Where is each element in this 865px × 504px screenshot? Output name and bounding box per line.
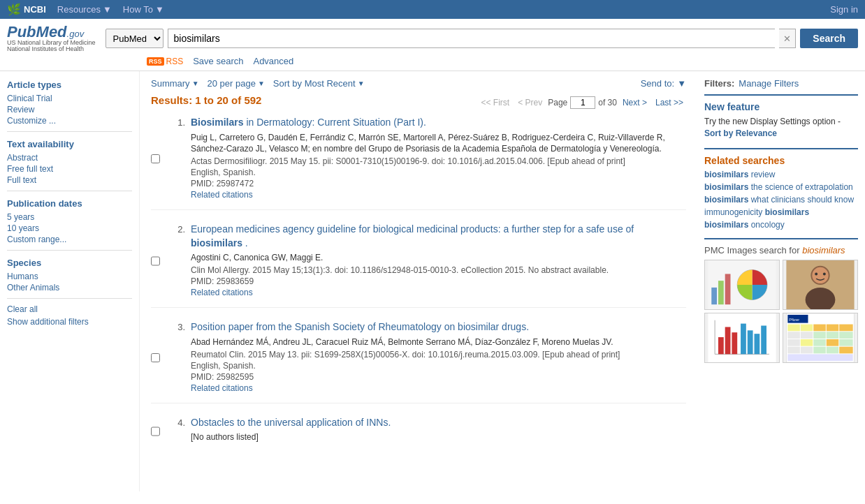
clear-all-link[interactable]: Clear all — [7, 304, 132, 314]
svg-rect-44 — [787, 354, 852, 361]
publication-dates-title: Publication dates — [7, 198, 132, 209]
ncbi-logo: 🌿 NCBI — [7, 3, 46, 16]
search-button[interactable]: Search — [800, 29, 858, 48]
search-input[interactable] — [168, 29, 776, 48]
rss-icon: RSS — [147, 57, 164, 66]
next-page-link[interactable]: Next > — [620, 96, 650, 109]
svg-point-9 — [815, 272, 817, 275]
species-title: Species — [7, 258, 132, 268]
manage-filters-link[interactable]: Manage Filters — [739, 78, 799, 89]
page-label: Page — [548, 98, 567, 108]
article-item: 3. Position paper from the Spanish Socie… — [151, 320, 686, 403]
article-authors: Agostini C, Canonica GW, Maggi E. — [191, 252, 686, 264]
save-search-link[interactable]: Save search — [193, 56, 243, 66]
related-citations-link[interactable]: Related citations — [191, 383, 686, 393]
advanced-link[interactable]: Advanced — [253, 56, 293, 66]
summary-dropdown[interactable]: Summary ▼ — [151, 78, 199, 89]
article-checkbox[interactable] — [151, 118, 160, 200]
article-title-link[interactable]: European medicines agency guideline for … — [191, 223, 634, 249]
sidebar-divider-1 — [7, 131, 132, 132]
new-feature-title: New feature — [704, 101, 858, 112]
article-title-link[interactable]: Position paper from the Spanish Society … — [191, 321, 529, 332]
sidebar-item-5years[interactable]: 5 years — [7, 212, 132, 222]
search-clear-button[interactable]: ✕ — [779, 29, 796, 48]
sidebar-item-clinical-trial[interactable]: Clinical Trial — [7, 94, 132, 103]
svg-rect-34 — [787, 339, 800, 346]
sidebar-item-full-text[interactable]: Full text — [7, 175, 132, 185]
article-lang: English, Spanish. — [191, 168, 686, 177]
sort-dropdown[interactable]: Sort by Most Recent ▼ — [273, 78, 365, 89]
summary-arrow-icon: ▼ — [192, 80, 199, 87]
sidebar-item-free-full-text[interactable]: Free full text — [7, 164, 132, 174]
results-toolbar: Summary ▼ 20 per page ▼ Sort by Most Rec… — [151, 78, 686, 89]
database-select[interactable]: PubMed — [106, 29, 163, 48]
ncbi-label: NCBI — [24, 4, 46, 15]
svg-rect-27 — [827, 324, 839, 331]
article-title-link[interactable]: Obstacles to the universal application o… — [191, 417, 391, 428]
sidebar-item-10years[interactable]: 10 years — [7, 223, 132, 233]
related-search-link[interactable]: biosimilars review — [704, 170, 775, 179]
top-bar-left: 🌿 NCBI Resources ▼ How To ▼ — [7, 3, 164, 16]
sidebar-item-humans[interactable]: Humans — [7, 272, 132, 281]
show-additional-filters-link[interactable]: Show additional filters — [7, 317, 132, 327]
svg-rect-30 — [801, 332, 813, 339]
svg-point-8 — [812, 267, 828, 283]
sidebar-item-custom-range[interactable]: Custom range... — [7, 235, 132, 244]
prev-page-link[interactable]: < Prev — [515, 96, 545, 109]
article-checkbox[interactable] — [151, 323, 160, 392]
article-checkbox[interactable] — [151, 225, 160, 297]
results-header-row: Results: 1 to 20 of 592 << First < Prev … — [151, 94, 686, 112]
svg-rect-3 — [725, 274, 731, 304]
related-search-link[interactable]: immunogenicity biosimilars — [704, 207, 809, 217]
related-search-link[interactable]: biosimilars the science of extrapolation — [704, 182, 853, 192]
article-number: 4. — [166, 416, 185, 445]
sidebar-item-abstract[interactable]: Abstract — [7, 153, 132, 163]
sidebar-item-other-animals[interactable]: Other Animals — [7, 283, 132, 292]
last-page-link[interactable]: Last >> — [653, 96, 686, 109]
per-page-dropdown[interactable]: 20 per page ▼ — [208, 78, 265, 89]
svg-rect-14 — [718, 337, 724, 354]
svg-rect-20 — [761, 325, 766, 354]
page-of-label: of 30 — [598, 98, 617, 108]
howto-link[interactable]: How To ▼ — [123, 4, 164, 15]
related-search-link[interactable]: biosimilars oncology — [704, 220, 785, 230]
article-journal: Clin Mol Allergy. 2015 May 15;13(1):3. d… — [191, 265, 686, 275]
article-checkbox[interactable] — [151, 418, 160, 445]
pmc-image-thumb[interactable] — [783, 260, 858, 310]
article-journal: Reumatol Clin. 2015 May 13. pii: S1699-2… — [191, 350, 686, 360]
sort-relevance-label[interactable]: Sort by Relevance — [704, 128, 777, 138]
svg-rect-24 — [787, 324, 800, 331]
header-top-row: PubMed .gov US National Library of Medic… — [7, 24, 858, 52]
page-number-input[interactable] — [570, 96, 595, 109]
article-authors: Puig L, Carretero G, Daudén E, Ferrándiz… — [191, 132, 686, 156]
first-page-link[interactable]: << First — [479, 96, 513, 109]
rss-link[interactable]: RSS RSS — [147, 57, 183, 66]
filters-label: Filters: — [704, 78, 734, 89]
resources-link[interactable]: Resources ▼ — [57, 4, 112, 15]
related-citations-link[interactable]: Related citations — [191, 190, 686, 200]
svg-rect-33 — [839, 332, 852, 339]
related-search-link[interactable]: biosimilars what clinicians should know — [704, 195, 854, 205]
svg-rect-28 — [839, 324, 852, 331]
send-to-dropdown[interactable]: Send to: ▼ — [641, 78, 686, 89]
svg-rect-37 — [827, 339, 839, 346]
article-item: 2. European medicines agency guideline f… — [151, 223, 686, 308]
search-row: PubMed ✕ Search — [106, 29, 858, 48]
sidebar-item-review[interactable]: Review — [7, 105, 132, 114]
svg-rect-31 — [813, 332, 826, 339]
svg-rect-41 — [813, 346, 826, 353]
svg-rect-25 — [801, 324, 813, 331]
sort-arrow-icon: ▼ — [358, 80, 365, 87]
article-number: 2. — [166, 223, 185, 297]
pmc-image-thumb[interactable]: Pfizer — [783, 313, 858, 363]
svg-rect-32 — [827, 332, 839, 339]
signin-link[interactable]: Sign in — [830, 4, 858, 15]
pmc-image-thumb[interactable] — [704, 260, 780, 310]
related-citations-link[interactable]: Related citations — [191, 288, 686, 297]
sidebar-divider-3 — [7, 250, 132, 251]
filters-header: Filters: Manage Filters — [704, 78, 858, 89]
sidebar-item-customize[interactable]: Customize ... — [7, 116, 132, 126]
pmc-image-thumb[interactable] — [704, 313, 780, 363]
article-title-link[interactable]: Biosimilars in Dermatology: Current Situ… — [191, 117, 426, 128]
related-search-item: biosimilars what clinicians should know — [704, 195, 858, 205]
